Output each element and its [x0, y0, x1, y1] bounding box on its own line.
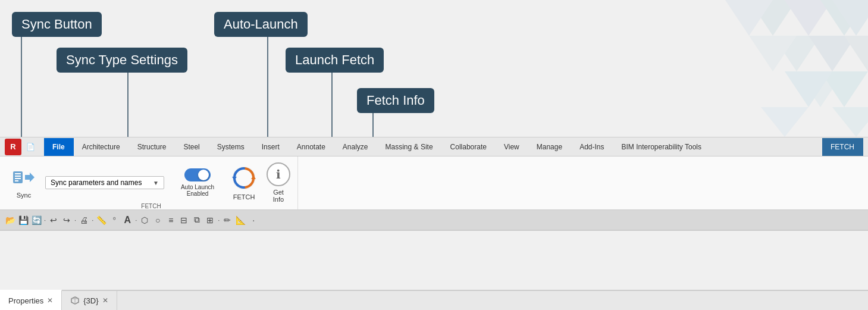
tab-structure[interactable]: Structure	[129, 138, 176, 156]
svg-rect-20	[15, 173, 21, 174]
background-pattern	[571, 0, 868, 137]
tooltip-fetch-info: Fetch Info	[357, 88, 434, 113]
tab-analyze[interactable]: Analyze	[334, 138, 377, 156]
save-icon[interactable]: 💾	[18, 215, 29, 226]
tab-view[interactable]: View	[496, 138, 528, 156]
tab-massing-site[interactable]: Massing & Site	[377, 138, 442, 156]
shapes-icon[interactable]: ⬡	[139, 215, 150, 226]
auto-launch-toggle-container: Auto Launch Enabled	[174, 168, 221, 197]
tab-manage[interactable]: Manage	[528, 138, 571, 156]
panel-tabs-row: Properties ✕ {3D} ✕	[0, 290, 868, 310]
open-folder-icon[interactable]: 📂	[5, 215, 15, 226]
ribbon-group-label: FETCH	[141, 203, 161, 211]
tab-insert[interactable]: Insert	[253, 138, 289, 156]
text-icon[interactable]: A	[122, 215, 133, 226]
fetch-button-label: FETCH	[233, 193, 255, 201]
sync-type-dropdown[interactable]: Sync parameters and names ▼	[45, 176, 164, 189]
pencil-icon[interactable]: ✏	[222, 215, 233, 226]
svg-marker-8	[844, 36, 868, 71]
tab-bim-tools[interactable]: BIM Interoperability Tools	[613, 138, 710, 156]
tooltip-sync-type-settings: Sync Type Settings	[57, 48, 187, 73]
revit-logo[interactable]: R	[5, 139, 21, 155]
quick-access-toolbar: R 📄 File Architecture Structure Steel Sy…	[0, 137, 868, 156]
svg-rect-23	[15, 180, 18, 181]
toggle-knob	[198, 170, 209, 180]
ruler-icon[interactable]: 📐	[235, 215, 246, 226]
line-icon[interactable]: ·	[248, 215, 259, 226]
number-icon[interactable]: ⁰	[109, 215, 120, 226]
grid-icon[interactable]: ⊞	[205, 215, 215, 226]
ribbon-group-items: Sync Sync parameters and names ▼ Auto La…	[12, 159, 290, 203]
tab-annotate[interactable]: Annotate	[289, 138, 334, 156]
ribbon-content: Sync Sync parameters and names ▼ Auto La…	[0, 156, 868, 210]
sync-label: Sync	[17, 192, 31, 199]
properties-tab-label: Properties	[8, 296, 43, 305]
redo-icon[interactable]: ↪	[61, 215, 72, 226]
qa-doc-icon[interactable]: 📄	[24, 140, 37, 154]
ribbon-tabs: File Architecture Structure Steel System…	[44, 138, 863, 156]
properties-tab-close[interactable]: ✕	[47, 296, 53, 305]
undo-icon[interactable]: ↩	[48, 215, 59, 226]
circle-icon[interactable]: ○	[152, 215, 163, 226]
3d-view-tab[interactable]: {3D} ✕	[62, 291, 117, 310]
tab-architecture[interactable]: Architecture	[74, 138, 129, 156]
3d-view-tab-label: {3D}	[83, 296, 98, 305]
history-icon[interactable]: 🔄	[31, 215, 42, 226]
get-info-button[interactable]: ℹ GetInfo	[267, 162, 290, 203]
fetch-icon	[231, 165, 257, 191]
svg-rect-21	[15, 176, 21, 177]
dropdown-arrow-icon: ▼	[153, 180, 159, 186]
get-info-label: GetInfo	[273, 189, 284, 203]
dropdown-value: Sync parameters and names	[51, 179, 142, 187]
tab-add-ins[interactable]: Add-Ins	[571, 138, 613, 156]
copy-icon[interactable]: ⧉	[192, 215, 202, 226]
ribbon-group-fetch: Sync Sync parameters and names ▼ Auto La…	[5, 156, 298, 209]
ribbon-area: R 📄 File Architecture Structure Steel Sy…	[0, 137, 868, 231]
measure-icon[interactable]: 📏	[96, 215, 106, 226]
svg-marker-10	[832, 107, 868, 137]
align-icon[interactable]: ≡	[165, 215, 176, 226]
tooltip-launch-fetch: Launch Fetch	[286, 48, 384, 73]
tooltip-sync-button: Sync Button	[12, 12, 102, 37]
auto-launch-toggle[interactable]	[184, 168, 211, 181]
svg-marker-13	[761, 107, 809, 137]
svg-rect-22	[15, 178, 21, 179]
tab-steel[interactable]: Steel	[175, 138, 208, 156]
properties-tab[interactable]: Properties ✕	[0, 290, 62, 310]
tab-collaborate[interactable]: Collaborate	[442, 138, 496, 156]
auto-launch-label: Auto Launch Enabled	[174, 184, 221, 197]
tab-systems[interactable]: Systems	[209, 138, 253, 156]
tab-file[interactable]: File	[44, 138, 74, 156]
cube-icon	[70, 296, 80, 305]
split-icon[interactable]: ⊟	[178, 215, 189, 226]
print-icon[interactable]: 🖨	[79, 215, 89, 226]
tooltip-auto-launch: Auto-Launch	[214, 12, 308, 37]
tab-fetch[interactable]: FETCH	[822, 138, 863, 156]
info-circle-icon: ℹ	[267, 162, 290, 186]
fetch-launch-button[interactable]: FETCH	[231, 165, 257, 201]
draw-toolbar: 📂 💾 🔄 · ↩ ↪ · 🖨 · 📏 ⁰ A · ⬡ ○ ≡ ⊟ ⧉ ⊞ · …	[0, 210, 868, 230]
sync-icon	[12, 167, 36, 190]
sync-button[interactable]: Sync	[12, 167, 36, 199]
3d-view-tab-close[interactable]: ✕	[102, 296, 108, 305]
